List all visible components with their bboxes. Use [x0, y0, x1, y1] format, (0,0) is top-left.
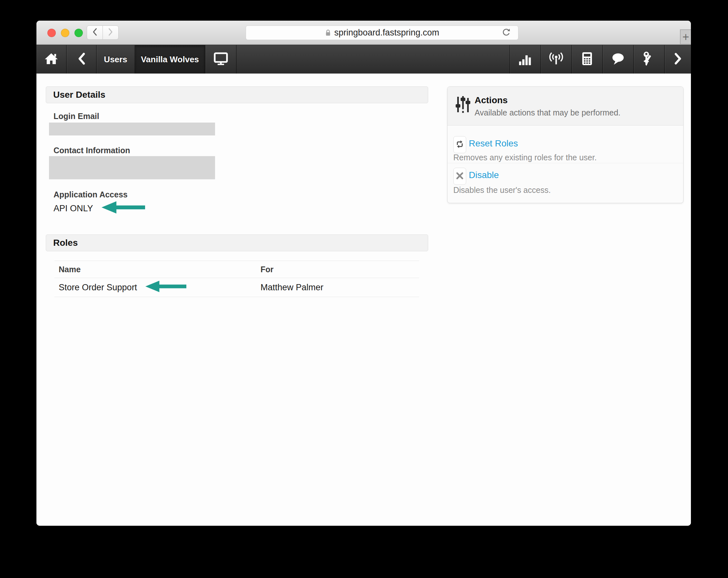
roles-section-header: Roles	[46, 234, 428, 251]
application-access-row: API ONLY	[54, 201, 145, 216]
nav-tab-users-label: Users	[104, 54, 127, 65]
broadcast-icon	[548, 52, 564, 67]
actions-panel-header: Actions Available actions that may be pe…	[447, 87, 683, 125]
history-buttons	[87, 25, 119, 40]
zoom-window-button[interactable]	[75, 29, 83, 37]
reload-button[interactable]	[501, 28, 512, 39]
application-access-label: Application Access	[54, 190, 128, 199]
application-access-value: API ONLY	[54, 203, 93, 213]
chat-bubble-icon	[610, 52, 625, 67]
roles-column-name: Name	[54, 265, 261, 274]
lock-icon	[325, 29, 331, 37]
role-name-text: Store Order Support	[59, 282, 137, 293]
disable-description: Disables the user's access.	[453, 185, 551, 195]
nav-tab-vanilla-wolves[interactable]: Vanilla Wolves	[135, 45, 205, 74]
roles-title: Roles	[53, 238, 78, 248]
nav-back-button[interactable]	[67, 45, 97, 74]
nav-tab-users[interactable]: Users	[97, 45, 135, 74]
calculator-icon	[581, 52, 594, 67]
user-details-section-header: User Details	[46, 86, 428, 103]
disable-link[interactable]: Disable	[469, 170, 499, 180]
keys-icon	[641, 51, 657, 68]
table-row[interactable]: Store Order Support Matthew Palmer	[54, 278, 419, 297]
new-tab-button[interactable]: +	[680, 29, 691, 45]
bar-chart-icon	[518, 52, 532, 67]
actions-divider	[447, 163, 683, 163]
actions-panel: Actions Available actions that may be pe…	[447, 86, 683, 203]
roles-table: Name For Store Order Support Matthew Pal…	[54, 260, 419, 297]
nav-keys-button[interactable]	[633, 45, 664, 74]
address-bar[interactable]: springboard.fastspring.com	[246, 25, 518, 40]
actions-title: Actions	[475, 95, 508, 105]
nav-messages-button[interactable]	[602, 45, 633, 74]
nav-broadcast-button[interactable]	[540, 45, 571, 74]
disable-icon-box	[453, 168, 466, 185]
reset-roles-icon-box	[453, 136, 466, 153]
monitor-icon	[213, 52, 229, 67]
roles-column-for: For	[261, 265, 419, 274]
browser-forward-button[interactable]	[103, 25, 119, 40]
contact-information-label: Contact Information	[54, 146, 130, 155]
roles-table-header-row: Name For	[54, 260, 419, 278]
reset-roles-link[interactable]: Reset Roles	[469, 139, 518, 149]
x-icon	[455, 171, 464, 182]
plus-icon: +	[682, 30, 689, 44]
nav-calculator-button[interactable]	[571, 45, 602, 74]
role-name-cell: Store Order Support	[54, 280, 261, 295]
reset-roles-description: Removes any existing roles for the user.	[453, 153, 597, 162]
annotation-left-arrow-icon	[146, 280, 186, 295]
navbar-right-group	[510, 45, 691, 74]
nav-more-button[interactable]	[664, 45, 691, 74]
close-window-button[interactable]	[47, 29, 56, 37]
user-details-title: User Details	[53, 90, 105, 100]
reload-icon	[501, 27, 511, 39]
sliders-icon	[455, 95, 471, 115]
login-email-redacted-value	[49, 123, 215, 135]
nav-monitor-button[interactable]	[205, 45, 237, 74]
title-bar: springboard.fastspring.com +	[36, 21, 691, 45]
home-icon	[44, 52, 58, 67]
login-email-label: Login Email	[54, 111, 99, 121]
reset-loop-icon	[455, 139, 465, 150]
contact-information-redacted-value	[49, 156, 215, 179]
url-text: springboard.fastspring.com	[334, 28, 439, 38]
chevron-left-icon	[77, 53, 86, 66]
page-content: User Details Login Email Contact Informa…	[36, 74, 691, 526]
annotation-left-arrow-icon	[102, 201, 145, 217]
chevron-right-icon	[674, 53, 682, 66]
browser-back-button[interactable]	[87, 25, 103, 40]
chevron-right-icon	[108, 28, 113, 37]
chevron-left-icon	[92, 28, 98, 37]
minimize-window-button[interactable]	[61, 29, 69, 37]
nav-home-button[interactable]	[36, 45, 67, 74]
app-navbar: Users Vanilla Wolves	[36, 45, 691, 74]
role-for-cell: Matthew Palmer	[261, 282, 419, 293]
actions-subtitle: Available actions that may be performed.	[475, 108, 621, 118]
browser-window: springboard.fastspring.com + Users Vanil…	[36, 21, 691, 526]
actions-panel-body: Reset Roles Removes any existing roles f…	[447, 125, 683, 203]
nav-reports-button[interactable]	[510, 45, 540, 74]
nav-tab-vanilla-wolves-label: Vanilla Wolves	[141, 54, 199, 65]
